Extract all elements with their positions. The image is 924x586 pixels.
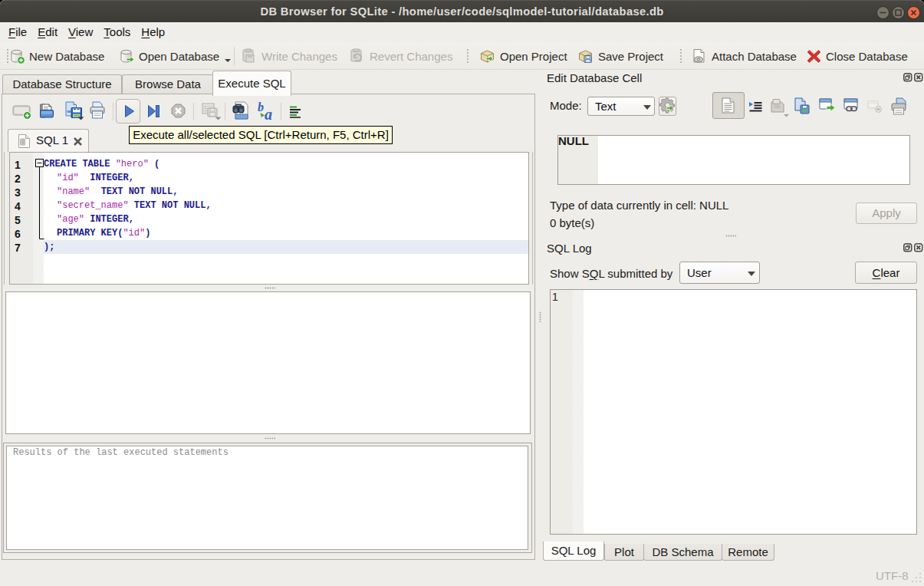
svg-text:b: b [258, 101, 264, 114]
svg-text:a: a [265, 106, 272, 120]
